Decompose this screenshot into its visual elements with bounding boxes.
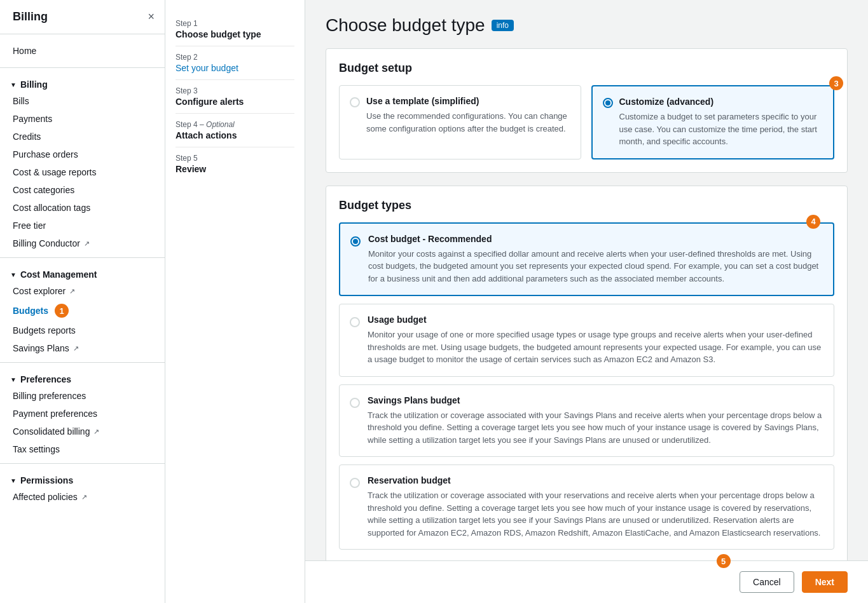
preferences-sub: Billing preferences Payment preferences …	[0, 387, 165, 458]
sidebar-item-purchase-orders[interactable]: Purchase orders	[0, 146, 165, 163]
radio-template[interactable]	[350, 97, 360, 107]
chevron-down-icon4: ▼	[10, 477, 17, 484]
step-badge-3: 3	[829, 76, 843, 90]
sidebar-item-payment-preferences[interactable]: Payment preferences	[0, 405, 165, 423]
budget-type-reservation[interactable]: Reservation budget Track the utilization…	[339, 464, 834, 550]
radio-cost[interactable]	[350, 236, 361, 247]
divider2	[0, 257, 165, 258]
step-2-label: Step 2	[176, 53, 294, 62]
setup-option-template-desc: Use the recommended configurations. You …	[366, 110, 570, 135]
setup-option-template-content: Use a template (simplified) Use the reco…	[366, 96, 570, 149]
sidebar-section-permissions[interactable]: ▼ Permissions	[0, 469, 165, 488]
sidebar-section-preferences[interactable]: ▼ Preferences	[0, 368, 165, 387]
budget-type-usage-content: Usage budget Monitor your usage of one o…	[368, 315, 823, 366]
budget-setup-card: Budget setup 3 Use a template (simplifie…	[326, 48, 848, 173]
budget-type-usage-label: Usage budget	[368, 315, 823, 325]
sidebar-item-budgets-reports[interactable]: Budgets reports	[0, 322, 165, 339]
setup-option-customize-desc: Customize a budget to set parameters spe…	[619, 111, 823, 148]
setup-option-customize-label: Customize (advanced)	[619, 97, 823, 107]
billing-section-label: Billing	[20, 79, 48, 90]
budget-type-reservation-desc: Track the utilization or coverage associ…	[368, 489, 823, 539]
sidebar-item-home[interactable]: Home	[0, 39, 165, 62]
sidebar-item-payments[interactable]: Payments	[0, 110, 165, 128]
budget-type-savings-plans-desc: Track the utilization or coverage associ…	[368, 409, 823, 447]
budget-type-cost-content: Cost budget - Recommended Monitor your c…	[368, 234, 823, 285]
radio-customize[interactable]	[603, 98, 613, 108]
external-link-icon5: ↗	[81, 493, 87, 501]
next-button[interactable]: Next	[802, 571, 848, 593]
setup-option-customize[interactable]: Customize (advanced) Customize a budget …	[591, 85, 835, 159]
step-1-name: Choose budget type	[176, 29, 294, 39]
external-link-icon3: ↗	[73, 344, 79, 353]
budget-type-reservation-label: Reservation budget	[368, 475, 823, 485]
external-link-icon: ↗	[84, 240, 90, 248]
step-1-label: Step 1	[176, 19, 294, 28]
budget-type-usage[interactable]: Usage budget Monitor your usage of one o…	[339, 304, 834, 377]
cost-management-section-label: Cost Management	[20, 269, 97, 280]
preferences-section-label: Preferences	[20, 374, 71, 384]
step-5: Step 5 Review	[176, 147, 294, 180]
sidebar-item-credits[interactable]: Credits	[0, 128, 165, 146]
external-link-icon2: ↗	[69, 287, 75, 295]
sidebar-header: Billing ×	[0, 0, 165, 34]
main-wrapper: Choose budget type info Budget setup 3 U…	[305, 0, 868, 603]
sidebar-item-cost-usage-reports[interactable]: Cost & usage reports	[0, 163, 165, 181]
sidebar-section-billing[interactable]: ▼ Billing	[0, 73, 165, 92]
radio-usage[interactable]	[350, 317, 360, 327]
step-5-name: Review	[176, 164, 294, 174]
chevron-down-icon: ▼	[10, 81, 17, 88]
permissions-section-label: Permissions	[20, 475, 73, 485]
cost-management-sub: Cost explorer ↗ Budgets 1 Budgets report…	[0, 282, 165, 357]
step-2: Step 2 Set your budget	[176, 46, 294, 80]
setup-option-customize-content: Customize (advanced) Customize a budget …	[619, 97, 823, 148]
sidebar-item-affected-policies[interactable]: Affected policies ↗	[0, 488, 165, 506]
step-3: Step 3 Configure alerts	[176, 80, 294, 114]
sidebar-item-cost-allocation-tags[interactable]: Cost allocation tags	[0, 199, 165, 217]
budget-setup-title: Budget setup	[339, 62, 834, 75]
step-4: Step 4 – Optional Attach actions	[176, 114, 294, 147]
page-title: Choose budget type	[326, 15, 485, 36]
chevron-down-icon2: ▼	[10, 271, 17, 278]
footer: 5 Cancel Next	[305, 560, 868, 603]
sidebar-item-tax-settings[interactable]: Tax settings	[0, 440, 165, 458]
sidebar-item-savings-plans[interactable]: Savings Plans ↗	[0, 339, 165, 357]
budget-type-usage-desc: Monitor your usage of one or more specif…	[368, 329, 823, 366]
sidebar-item-free-tier[interactable]: Free tier	[0, 217, 165, 234]
step-1: Step 1 Choose budget type	[176, 13, 294, 46]
setup-option-template[interactable]: Use a template (simplified) Use the reco…	[339, 85, 581, 159]
budget-types-card: Budget types 4 Cost budget - Recommended…	[326, 186, 848, 561]
setup-options: 3 Use a template (simplified) Use the re…	[339, 85, 834, 159]
step-badge-4: 4	[806, 215, 820, 229]
layout-inner: Step 1 Choose budget type Step 2 Set you…	[165, 0, 868, 603]
sidebar-item-cost-explorer[interactable]: Cost explorer ↗	[0, 282, 165, 300]
sidebar-nav: Home ▼ Billing Bills Payments Credits Pu…	[0, 34, 165, 511]
divider3	[0, 362, 165, 363]
step-4-label: Step 4 – Optional	[176, 120, 294, 129]
sidebar-item-billing-preferences[interactable]: Billing preferences	[0, 387, 165, 405]
budget-type-cost-label: Cost budget - Recommended	[368, 234, 823, 244]
sidebar-item-cost-categories[interactable]: Cost categories	[0, 181, 165, 199]
sidebar-title: Billing	[13, 10, 48, 24]
divider	[0, 67, 165, 68]
step-5-label: Step 5	[176, 154, 294, 163]
close-button[interactable]: ×	[148, 10, 155, 24]
external-link-icon4: ↗	[93, 428, 99, 436]
budget-type-savings-plans[interactable]: Savings Plans budget Track the utilizati…	[339, 384, 834, 457]
steps-panel: Step 1 Choose budget type Step 2 Set you…	[165, 0, 305, 603]
chevron-down-icon3: ▼	[10, 376, 17, 383]
divider4	[0, 463, 165, 464]
step-2-name[interactable]: Set your budget	[176, 63, 294, 73]
sidebar-section-cost-management[interactable]: ▼ Cost Management	[0, 263, 165, 282]
sidebar-item-bills[interactable]: Bills	[0, 92, 165, 110]
budget-type-cost-desc: Monitor your costs against a specified d…	[368, 248, 823, 285]
radio-reservation[interactable]	[350, 478, 360, 488]
budget-type-cost[interactable]: 4 Cost budget - Recommended Monitor your…	[339, 222, 834, 297]
sidebar-item-billing-conductor[interactable]: Billing Conductor ↗	[0, 234, 165, 252]
radio-savings-plans[interactable]	[350, 398, 360, 408]
cancel-button[interactable]: Cancel	[740, 571, 794, 593]
sidebar-item-consolidated-billing[interactable]: Consolidated billing ↗	[0, 423, 165, 440]
sidebar-item-budgets[interactable]: Budgets 1	[0, 300, 165, 322]
step-badge-5: 5	[717, 554, 731, 568]
info-button[interactable]: info	[492, 20, 514, 31]
content-area: Choose budget type info Budget setup 3 U…	[305, 0, 868, 560]
